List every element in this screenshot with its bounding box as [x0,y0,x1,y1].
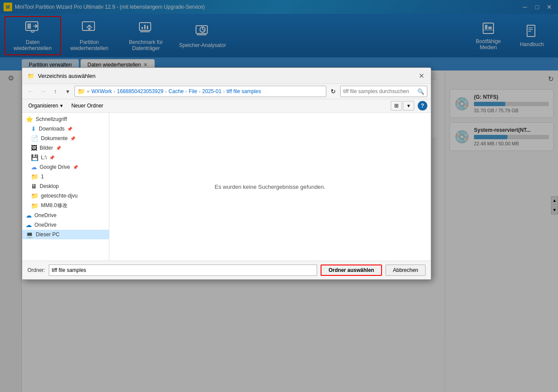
tree-dokumente[interactable]: 📄 Dokumente 📌 [22,134,109,143]
dialog-title-text: Verzeichnis auswählen [38,73,95,79]
mm8-icon: 📁 [31,202,38,209]
folder-1-label: 1 [41,174,44,180]
folder-label: Ordner: [27,267,45,273]
no-results-message: Es wurden keine Suchergebnisse gefunden. [215,184,325,190]
schnellzugriff-label: Schnellzugriff [36,116,67,122]
cancel-button[interactable]: Abbrechen [386,265,426,276]
dialog-close-button[interactable]: ✕ [417,71,426,80]
view-list-button[interactable]: ⊞ [391,101,402,111]
geloeschte-label: geloeschte-djvu [41,193,78,199]
desktop-tree-icon: 🖥 [31,183,37,190]
breadcrumb-sep-5: › [223,89,225,94]
dialog-titlebar: 📁 Verzeichnis auswählen ✕ [22,68,431,84]
nav-forward-button[interactable]: → [38,86,48,97]
dialog-title: 📁 Verzeichnis auswählen [27,73,95,79]
breadcrumb-refresh-button[interactable]: ↻ [328,86,338,97]
desktop-tree-label: Desktop [40,183,59,189]
tree-schnellzugriff[interactable]: ⭐ Schnellzugriff [22,114,109,124]
schnellzugriff-icon: ⭐ [26,116,33,123]
onedrive-2-label: OneDrive [34,222,57,228]
onedrive-1-label: OneDrive [34,212,57,218]
view-dropdown-button[interactable]: ▾ [403,101,414,111]
dialog-inner-toolbar: Organisieren ▾ Neuer Ordner ⊞ ▾ ? [22,99,431,113]
breadcrumb-sep-1: › [114,89,115,94]
search-icon: 🔍 [417,88,424,95]
breadcrumb-tiff[interactable]: tiff file samples [227,88,261,94]
tree-l-drive[interactable]: 💾 L:\ 📌 [22,153,109,162]
dieser-pc-label: Dieser PC [36,231,60,238]
new-folder-button[interactable]: Neuer Ordner [69,102,106,110]
organize-label: Organisieren [28,103,58,109]
tree-onedrive-2[interactable]: ☁ OneDrive [22,220,109,230]
google-drive-icon: ☁ [31,164,37,171]
dialog-main-area: Es wurden keine Suchergebnisse gefunden. [109,113,431,261]
google-drive-label: Google Drive [40,164,70,170]
dialog-action-buttons: Ordner auswählen Abbrechen [321,265,426,276]
dialog-bottom: Ordner: Ordner auswählen Abbrechen [22,261,431,279]
organize-button[interactable]: Organisieren ▾ [26,102,65,110]
breadcrumb-cache[interactable]: Cache [169,88,184,94]
dokumente-pin: 📌 [70,136,75,141]
downloads-label: Downloads [39,126,64,132]
tree-downloads[interactable]: ⬇ Downloads 📌 [22,124,109,134]
breadcrumb-sep-2: › [165,89,167,94]
dieser-pc-icon: 💻 [26,231,33,238]
breadcrumb-sep-4: › [199,89,201,94]
l-drive-pin: 📌 [49,155,54,160]
downloads-icon: ⬇ [31,125,36,132]
l-drive-label: L:\ [41,154,47,161]
dialog-folder-icon: 📁 [27,73,34,79]
organize-chevron: ▾ [60,103,63,109]
breadcrumb-2025[interactable]: 2025-01 [202,88,221,94]
bilder-pin: 📌 [56,146,61,151]
tree-google-drive[interactable]: ☁ Google Drive 📌 [22,162,109,172]
tree-1[interactable]: 📁 1 [22,172,109,181]
dialog-body: ⭐ Schnellzugriff ⬇ Downloads 📌 📄 Dokumen… [22,113,431,261]
tree-bilder[interactable]: 🖼 Bilder 📌 [22,143,109,153]
geloeschte-icon: 📁 [31,192,38,199]
tree-onedrive-1[interactable]: ☁ OneDrive [22,211,109,220]
help-button[interactable]: ? [418,101,427,111]
nav-recent-button[interactable]: ▾ [62,86,73,97]
search-input[interactable] [343,88,416,94]
breadcrumb-bar: 📁 » WXWork › 1688850423053929 › Cache › … [74,86,326,97]
breadcrumb-sep-3: › [186,89,187,94]
nav-back-button[interactable]: ← [26,86,36,97]
folder-1-icon: 📁 [31,173,38,180]
tree-geloeschte[interactable]: 📁 geloeschte-djvu [22,191,109,201]
breadcrumb-separator-1: » [87,88,90,94]
dokumente-label: Dokumente [41,135,68,141]
tree-desktop[interactable]: 🖥 Desktop [22,181,109,191]
bilder-icon: 🖼 [31,144,37,151]
dialog-overlay: 📁 Verzeichnis auswählen ✕ ← → ↑ ▾ 📁 » WX… [0,0,558,392]
nav-up-button[interactable]: ↑ [50,86,61,97]
breadcrumb-folder-icon: 📁 [78,88,85,95]
bilder-label: Bilder [40,145,53,151]
dialog-tree: ⭐ Schnellzugriff ⬇ Downloads 📌 📄 Dokumen… [22,113,109,261]
tree-dieser-pc[interactable]: 💻 Dieser PC [22,230,109,239]
search-bar: 🔍 [340,86,427,97]
breadcrumb-id[interactable]: 1688850423053929 [117,88,163,94]
dialog-navbar: ← → ↑ ▾ 📁 » WXWork › 1688850423053929 › … [22,84,431,99]
onedrive-1-icon: ☁ [26,212,32,219]
tree-mm8[interactable]: 📁 MM8.0修改 [22,201,109,211]
select-folder-button[interactable]: Ordner auswählen [321,265,382,276]
file-picker-dialog: 📁 Verzeichnis auswählen ✕ ← → ↑ ▾ 📁 » WX… [22,67,431,280]
google-drive-pin: 📌 [73,165,78,170]
l-drive-icon: 💾 [31,154,38,161]
onedrive-2-icon: ☁ [26,221,32,228]
breadcrumb-file[interactable]: File [189,88,197,94]
view-buttons: ⊞ ▾ [391,101,414,111]
breadcrumb-wxwork[interactable]: WXWork [91,88,112,94]
dokumente-icon: 📄 [31,135,38,142]
downloads-pin: 📌 [67,127,72,131]
folder-input[interactable] [49,265,318,276]
mm8-label: MM8.0修改 [41,202,68,209]
